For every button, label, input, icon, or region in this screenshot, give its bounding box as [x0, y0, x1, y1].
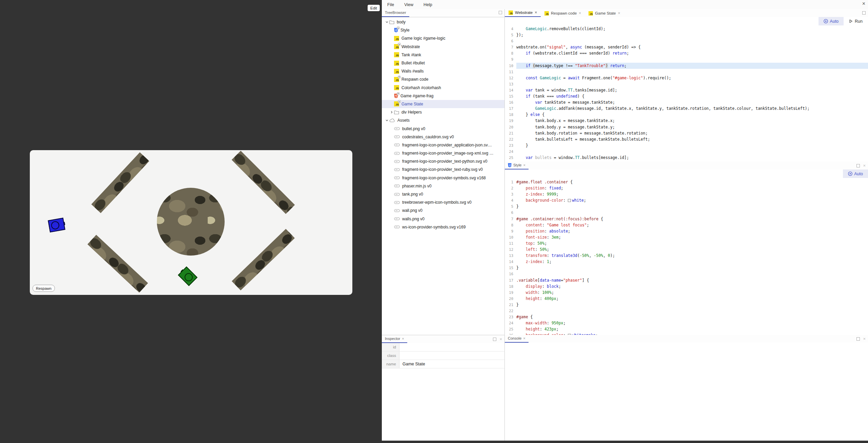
inspector-panel-close-icon[interactable]: ×	[499, 337, 502, 341]
inspector-close-icon[interactable]: ×	[402, 337, 404, 341]
tree-item-label: Respawn code	[401, 77, 428, 82]
tree-item-assets[interactable]: Assets	[382, 116, 504, 124]
tree-item-codestrates-cauldron-svg-v0[interactable]: codestrates_cauldron.svg v0	[382, 133, 504, 141]
tree-item-walls-png-v0[interactable]: walls.png v0	[382, 215, 504, 223]
tree-item-treebrowser-wpm-icon-symbols-svg-v0[interactable]: treebrowser-wpm-icon-symbols.svg v0	[382, 198, 504, 206]
tab-close-icon[interactable]: ×	[618, 11, 620, 16]
js-auto-button[interactable]: Auto	[819, 17, 844, 25]
editor-maximize-icon[interactable]	[862, 11, 866, 15]
line-number: 6	[505, 209, 516, 216]
line-number: 4	[505, 197, 516, 203]
asset-icon	[394, 127, 400, 130]
js-line-23: 23 }	[505, 142, 868, 148]
tree-item-colorhash-colorhash[interactable]: JSColorhash #colorhash	[382, 84, 504, 92]
inspector-value[interactable]	[399, 351, 504, 360]
inspector-panel: Inspector × × idclassnameGame State	[382, 335, 504, 441]
css-code-editor[interactable]: 1#game.float .container {2 position: fix…	[505, 178, 868, 336]
tree-item-tank-tank[interactable]: JSTank #tank	[382, 51, 504, 59]
line-content: content: "Game lost focus";	[516, 222, 868, 228]
window-close-icon[interactable]: ×	[862, 1, 865, 6]
chevron-down-icon[interactable]	[385, 20, 389, 24]
line-content: z-index: 1;	[516, 259, 868, 265]
tree-item-game-state[interactable]: JSGame State	[382, 100, 504, 108]
style-close-icon[interactable]: ×	[523, 163, 525, 167]
line-content: max-width: 950px;	[516, 320, 868, 326]
inspector-value[interactable]: Game State	[399, 360, 504, 368]
wall-bar-bottom-left	[87, 235, 148, 293]
inspector-tab[interactable]: Inspector ×	[382, 335, 407, 343]
tree-item-bullet-png-v0[interactable]: bullet.png v0	[382, 124, 504, 133]
tree-item-tank-png-v0[interactable]: tank.png v0	[382, 190, 504, 198]
line-content: #game {	[516, 314, 868, 320]
auto-play-icon	[848, 172, 852, 176]
tree-item-webstrate[interactable]: JSWebstrate	[382, 43, 504, 51]
tree-item-div-helpers[interactable]: div Helpers	[382, 108, 504, 116]
chevron-right-icon[interactable]	[389, 110, 394, 114]
css-line-16: 16	[505, 271, 868, 277]
line-content: }	[516, 142, 868, 148]
tree-item-label: Colorhash #colorhash	[401, 85, 441, 90]
tree-item-respawn-code[interactable]: JSRespawn code	[382, 75, 504, 83]
tree-item-bullet-bullet[interactable]: JSBullet #bullet	[382, 59, 504, 67]
menu-file[interactable]: File	[387, 2, 394, 7]
tree-item-phaser-min-js-v0[interactable]: phaser.min.js v0	[382, 182, 504, 190]
console-tab[interactable]: Console ×	[505, 335, 529, 343]
menu-help[interactable]: Help	[423, 2, 432, 7]
tree-item-fragment-logo-icon-provider-text-python-svg-v0[interactable]: fragment-logo-icon-provider_text-python.…	[382, 157, 504, 165]
console-close-icon[interactable]: ×	[523, 336, 525, 340]
line-number: 22	[505, 136, 516, 142]
tree-item-ws-icon-provider-symbols-svg-v169[interactable]: ws-icon-provider-symbols.svg v169	[382, 223, 504, 231]
tab-webstrate[interactable]: JSWebstrate×	[505, 9, 541, 17]
line-number: 24	[505, 148, 516, 155]
tab-close-icon[interactable]: ×	[535, 10, 537, 15]
line-content: }	[516, 203, 868, 209]
tree-item-label: Tank #tank	[401, 53, 421, 57]
style-auto-button[interactable]: Auto	[843, 169, 868, 178]
tree-item-fragment-logo-icon-provider-text-ruby-svg-v0[interactable]: fragment-logo-icon-provider_text-ruby.sv…	[382, 165, 504, 174]
console-output[interactable]	[505, 343, 868, 441]
tree-item-game-game-frag[interactable]: Game #game-frag	[382, 92, 504, 100]
respawn-button[interactable]: Respawn	[33, 285, 55, 292]
treebrowser-maximize-icon[interactable]	[499, 11, 502, 14]
asset-icon	[394, 143, 400, 146]
edit-button[interactable]: Edit	[368, 5, 380, 11]
tree-item-walls-walls[interactable]: JSWalls #walls	[382, 67, 504, 75]
tree-item-label: phaser.min.js v0	[402, 184, 432, 188]
line-number: 11	[505, 69, 516, 75]
tree-item-game-logic-game-logic[interactable]: JSGame logic #game-logic	[382, 34, 504, 42]
tree-item-label: Game logic #game-logic	[401, 36, 445, 41]
treebrowser-tab[interactable]: TreeBrowser	[382, 9, 409, 17]
game-canvas[interactable]: Respawn	[30, 150, 352, 295]
tab-close-icon[interactable]: ×	[579, 11, 581, 16]
js-line-20: 20 tank.body.y = message.tankState.y;	[505, 124, 868, 130]
tree-item-fragment-logo-icon-provider-symbols-svg-v168[interactable]: fragment-logo-icon-provider-symbols.svg …	[382, 174, 504, 182]
chevron-down-icon[interactable]	[385, 119, 389, 122]
js-line-22: 22 tank.bulletsLeft = message.tankState.…	[505, 136, 868, 142]
style-maximize-icon[interactable]	[856, 164, 860, 167]
tree-item-style[interactable]: Style	[382, 26, 504, 34]
cloud-icon	[389, 119, 395, 122]
fragment-icon: JS	[394, 44, 399, 49]
menu-view[interactable]: View	[404, 2, 413, 7]
tree-item-body[interactable]: body	[382, 18, 504, 26]
js-code-editor[interactable]: 4 GameLogic.removeBullets(clientId);5});…	[505, 25, 868, 162]
line-content	[516, 148, 868, 155]
line-content: left: 50%;	[516, 246, 868, 253]
style-panel-close-icon[interactable]: ×	[863, 163, 866, 168]
console-panel-close-icon[interactable]: ×	[863, 337, 866, 341]
menu-bar: FileViewHelp ×	[382, 0, 868, 9]
line-content: }	[516, 265, 868, 271]
tab-respawn-code[interactable]: JSRespawn code×	[541, 9, 585, 17]
tab-game-state[interactable]: JSGame State×	[585, 9, 624, 17]
inspector-maximize-icon[interactable]	[493, 338, 496, 341]
tree-item-fragment-logo-icon-provider-application-json-sv[interactable]: fragment-logo-icon-provider_application-…	[382, 141, 504, 149]
tree-item-label: codestrates_cauldron.svg v0	[402, 135, 454, 139]
js-run-button[interactable]: Run	[844, 17, 868, 25]
asset-icon	[394, 176, 400, 179]
console-maximize-icon[interactable]	[856, 337, 860, 341]
js-line-10: 10 if (message.type !== "TankTrouble") r…	[505, 63, 868, 69]
inspector-value[interactable]	[399, 343, 504, 351]
style-tab[interactable]: Style ×	[505, 161, 529, 169]
tree-item-fragment-logo-icon-provider-image-svg-xml-svg[interactable]: fragment-logo-icon-provider_image-svg-xm…	[382, 149, 504, 157]
tree-item-wall-png-v0[interactable]: wall.png v0	[382, 206, 504, 215]
